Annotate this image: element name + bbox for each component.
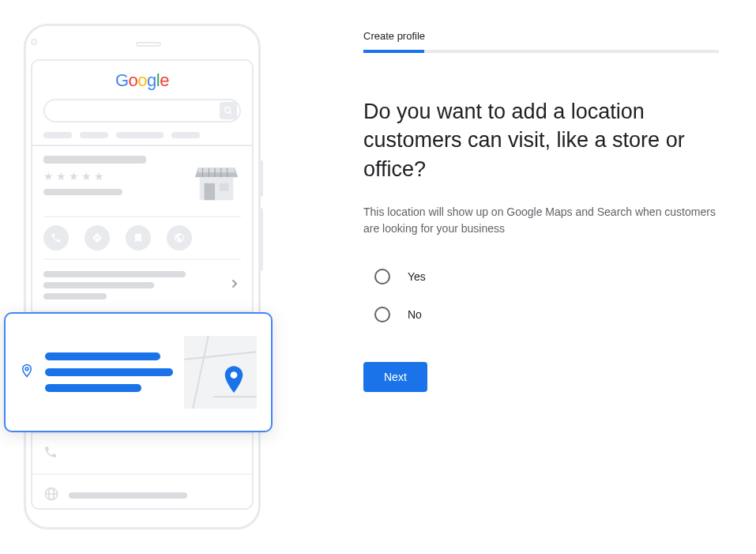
globe-icon bbox=[43, 486, 59, 505]
storefront-icon bbox=[192, 156, 241, 208]
phone-notch bbox=[31, 34, 254, 50]
question-heading: Do you want to add a location customers … bbox=[363, 97, 719, 183]
map-pin-icon bbox=[222, 366, 246, 399]
progress-fill bbox=[363, 50, 424, 53]
svg-line-1 bbox=[230, 112, 232, 115]
radio-option-no[interactable]: No bbox=[374, 307, 719, 322]
tabs-placeholder bbox=[43, 132, 241, 138]
info-row-phone bbox=[32, 434, 252, 475]
svg-rect-3 bbox=[205, 183, 216, 200]
google-logo: Google bbox=[32, 70, 252, 91]
svg-point-0 bbox=[225, 107, 231, 113]
location-text-placeholder bbox=[45, 352, 173, 392]
progress-bar bbox=[363, 50, 719, 53]
radio-group: Yes No bbox=[363, 269, 719, 322]
phone-icon bbox=[43, 445, 59, 462]
website-icon bbox=[167, 225, 192, 251]
radio-label: No bbox=[408, 308, 422, 321]
bookmark-icon bbox=[126, 225, 151, 251]
map-thumbnail bbox=[184, 336, 257, 409]
svg-point-14 bbox=[25, 367, 28, 371]
location-pin-icon bbox=[20, 362, 34, 383]
location-highlight-card bbox=[4, 312, 273, 432]
phone-mockup: Google ★★★★★ bbox=[24, 24, 261, 530]
chevron-right-icon bbox=[228, 277, 241, 293]
search-icon bbox=[220, 102, 237, 119]
illustration-panel: Google ★★★★★ bbox=[0, 0, 300, 554]
question-subtext: This location will show up on Google Map… bbox=[363, 204, 719, 237]
info-row-website bbox=[32, 475, 252, 510]
radio-icon bbox=[374, 269, 390, 285]
phone-side-button bbox=[258, 160, 263, 197]
svg-rect-4 bbox=[220, 183, 229, 191]
step-label: Create profile bbox=[363, 30, 719, 42]
knowledge-panel-placeholder: ★★★★★ bbox=[32, 145, 252, 211]
action-buttons-row bbox=[43, 216, 241, 260]
call-icon bbox=[43, 225, 69, 251]
radio-icon bbox=[374, 307, 390, 322]
search-bar-placeholder bbox=[43, 99, 241, 122]
radio-option-yes[interactable]: Yes bbox=[374, 269, 719, 285]
radio-label: Yes bbox=[408, 270, 426, 283]
form-panel: Create profile Do you want to add a loca… bbox=[300, 0, 743, 554]
info-row-address bbox=[32, 260, 252, 312]
phone-screen: Google ★★★★★ bbox=[31, 59, 254, 510]
next-button[interactable]: Next bbox=[363, 362, 427, 392]
svg-point-15 bbox=[231, 371, 238, 379]
phone-side-button bbox=[258, 208, 263, 271]
directions-icon bbox=[85, 225, 110, 251]
